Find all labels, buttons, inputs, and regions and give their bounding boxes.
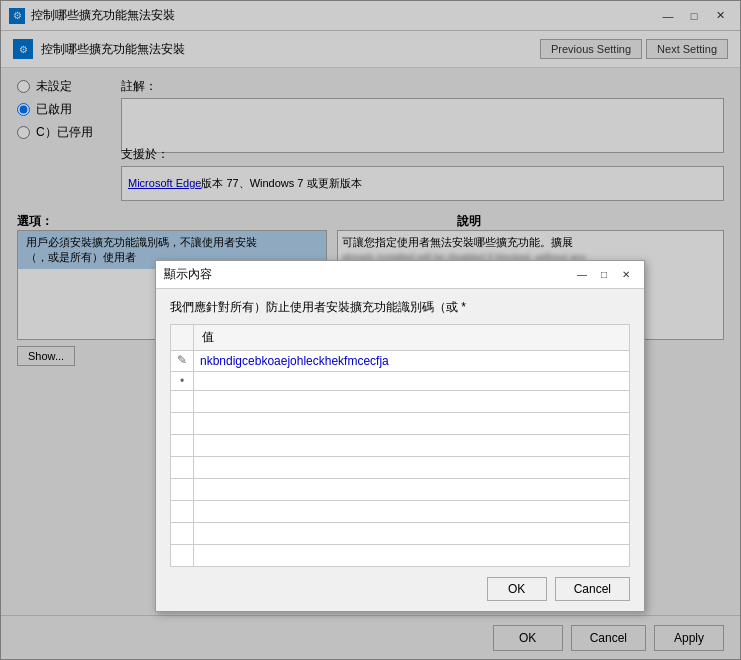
- dialog-ok-button[interactable]: OK: [487, 577, 547, 601]
- dialog-table-empty-3: [171, 435, 630, 457]
- dialog: 顯示內容 — □ ✕ 我們應針對所有）防止使用者安裝擴充功能識別碼（或 * 值 …: [155, 260, 645, 612]
- dialog-table-empty-6: [171, 501, 630, 523]
- dialog-row1-value-cell[interactable]: [194, 351, 630, 372]
- dialog-table-empty-4: [171, 457, 630, 479]
- dialog-table-row-1: ✎: [171, 351, 630, 372]
- dialog-maximize-button[interactable]: □: [594, 266, 614, 284]
- dialog-table-empty-5: [171, 479, 630, 501]
- dialog-table-value-header: 值: [194, 325, 630, 351]
- dialog-table-empty-8: [171, 545, 630, 567]
- dialog-row1-input[interactable]: [198, 352, 625, 370]
- dialog-row1-icon: ✎: [171, 351, 194, 372]
- dialog-table-empty-2: [171, 413, 630, 435]
- dialog-close-button[interactable]: ✕: [616, 266, 636, 284]
- dialog-table-icon-header: [171, 325, 194, 351]
- dialog-content: 我們應針對所有）防止使用者安裝擴充功能識別碼（或 * 值 ✎ •: [156, 289, 644, 611]
- dialog-minimize-button[interactable]: —: [572, 266, 592, 284]
- dialog-prompt: 我們應針對所有）防止使用者安裝擴充功能識別碼（或 *: [170, 299, 630, 316]
- dialog-title-bar: 顯示內容 — □ ✕: [156, 261, 644, 289]
- dialog-table: 值 ✎ •: [170, 324, 630, 567]
- dialog-table-empty-7: [171, 523, 630, 545]
- dialog-title-text: 顯示內容: [164, 266, 212, 283]
- dialog-row-new-value[interactable]: [194, 372, 630, 391]
- dialog-buttons: OK Cancel: [170, 577, 630, 601]
- dialog-row-new-bullet: •: [171, 372, 194, 391]
- dialog-table-row-new: •: [171, 372, 630, 391]
- dialog-table-empty-1: [171, 391, 630, 413]
- dialog-title-controls: — □ ✕: [572, 266, 636, 284]
- dialog-cancel-button[interactable]: Cancel: [555, 577, 630, 601]
